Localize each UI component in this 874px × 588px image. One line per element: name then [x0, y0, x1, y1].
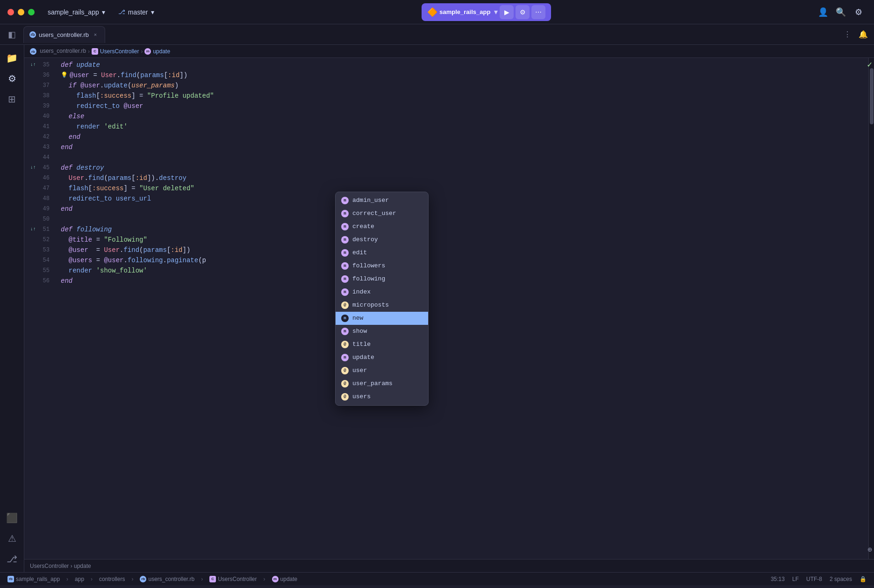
status-line-ending: LF [792, 576, 799, 582]
gutter-48: 48 [28, 194, 53, 204]
notifications-button[interactable]: 🔔 [856, 28, 870, 42]
close-button[interactable] [7, 9, 14, 15]
code-line-55: render 'show_follow' [57, 265, 868, 276]
code-line-49: end [57, 204, 868, 214]
status-method-icon: m [272, 576, 279, 582]
code-line-43: end [57, 142, 868, 152]
ac-item-edit[interactable]: m edit [336, 246, 428, 259]
status-project-name: sample_rails_app [16, 576, 60, 582]
ac-item-show[interactable]: m show [336, 325, 428, 338]
status-encoding: UTF-8 [806, 576, 822, 582]
project-selector[interactable]: sample_rails_app ▾ [44, 7, 109, 18]
ac-item-microposts[interactable]: @ microposts [336, 299, 428, 312]
status-position: 35:13 [771, 576, 785, 582]
status-position-item[interactable]: 35:13 [767, 573, 788, 586]
code-content[interactable]: def update 💡@user = User.find(params[:id… [57, 58, 868, 559]
ac-icon-new: m [341, 315, 349, 322]
ac-item-user[interactable]: @ user [336, 364, 428, 377]
editor-area: rb users_controller.rb › C UsersControll… [24, 45, 874, 572]
ac-label-following: following [352, 274, 385, 284]
more-options-button[interactable]: ⋯ [531, 5, 545, 19]
ac-item-create[interactable]: m create [336, 220, 428, 233]
ac-icon-index: m [341, 288, 349, 296]
ac-icon-admin-user: m [341, 197, 349, 204]
git-branch-icon: ⎇ [118, 8, 125, 15]
ac-item-admin-user[interactable]: m admin_user [336, 194, 428, 207]
status-encoding-item[interactable]: UTF-8 [802, 573, 826, 586]
status-line-ending-item[interactable]: LF [788, 573, 802, 586]
status-controllers-item[interactable]: controllers [95, 573, 129, 586]
scrollbar-thumb[interactable] [870, 68, 874, 124]
autocomplete-dropdown[interactable]: m admin_user m correct_user m create m d… [335, 192, 429, 406]
split-editor-button[interactable]: ⋮ [840, 28, 854, 42]
status-lock-button[interactable]: 🔒 [856, 573, 870, 586]
code-line-56: end [57, 276, 868, 286]
ac-item-correct-user[interactable]: m correct_user [336, 207, 428, 220]
breadcrumb-method-link[interactable]: update [153, 48, 170, 55]
activity-item-git[interactable]: ⎇ [3, 550, 21, 568]
code-line-41: render 'edit' [57, 122, 868, 132]
tab-close-button[interactable]: × [92, 31, 99, 38]
tab-file-icon: rb [29, 31, 36, 38]
ac-item-title[interactable]: @ title [336, 338, 428, 351]
status-indent-item[interactable]: 2 spaces [826, 573, 856, 586]
code-line-53: @user = User.find(params[:id]) [57, 245, 868, 255]
branch-selector[interactable]: ⎇ master ▾ [115, 7, 158, 18]
code-editor[interactable]: ↓↑ 35 36 37 38 39 40 4 [24, 58, 874, 559]
hint-bulb-icon: 💡 [61, 70, 68, 80]
ac-item-index[interactable]: m index [336, 286, 428, 299]
breadcrumb-class-icon: C [92, 48, 98, 55]
activity-bottom: ⬛ ⚠ ⎇ [3, 509, 21, 568]
status-class-item[interactable]: C UsersController [206, 573, 260, 586]
ac-item-new[interactable]: m new [336, 312, 428, 325]
ac-label-show: show [352, 326, 367, 337]
code-line-48: redirect_to users_url [57, 194, 868, 204]
gutter-42: 42 [28, 132, 53, 142]
minimize-button[interactable] [18, 9, 24, 15]
sidebar-toggle-button[interactable]: ◧ [4, 27, 20, 43]
tab-users-controller[interactable]: rb users_controller.rb × [23, 26, 105, 43]
ac-icon-edit: m [341, 249, 349, 257]
activity-item-terminal[interactable]: ⬛ [3, 509, 21, 527]
ac-item-users[interactable]: @ users [336, 390, 428, 403]
ac-icon-followers: m [341, 262, 349, 270]
run-button[interactable]: ▶ [500, 5, 514, 19]
status-file-item[interactable]: rb users_controller.rb [136, 573, 198, 586]
project-name: sample_rails_app [48, 8, 99, 16]
activity-item-debug[interactable]: ⚠ [3, 529, 21, 548]
gutter-40: 40 [28, 111, 53, 122]
status-project-item[interactable]: rb sample_rails_app [4, 573, 64, 586]
status-class-icon: C [209, 576, 216, 582]
code-line-39: redirect_to @user [57, 101, 868, 111]
ac-icon-following: m [341, 275, 349, 283]
settings-button[interactable]: ⚙ [851, 4, 867, 20]
gutter-50: 50 [28, 214, 53, 224]
ac-icon-user-params: @ [341, 380, 349, 387]
activity-item-source-control[interactable]: ⚙ [3, 69, 21, 88]
breadcrumb-class-link[interactable]: UsersController [100, 48, 139, 55]
status-app-item[interactable]: app [71, 573, 88, 586]
ac-item-update[interactable]: m update [336, 351, 428, 364]
code-line-51: def following [57, 224, 868, 235]
gutter-56: 56 [28, 276, 53, 286]
ac-label-index: index [352, 287, 371, 297]
search-button[interactable]: 🔍 [833, 4, 849, 20]
ac-label-title: title [352, 339, 371, 350]
inline-breadcrumb-label: UsersController › update [30, 563, 91, 569]
ac-label-create: create [352, 222, 374, 232]
editor-scrollbar[interactable]: ✓ ⊕ [868, 58, 874, 559]
activity-item-extensions[interactable]: ⊞ [3, 90, 21, 108]
ac-item-destroy[interactable]: m destroy [336, 233, 428, 246]
code-line-42: end [57, 132, 868, 142]
ac-icon-correct-user: m [341, 210, 349, 217]
add-person-button[interactable]: 👤 [815, 4, 831, 20]
build-settings-button[interactable]: ⚙ [516, 5, 530, 19]
ac-item-followers[interactable]: m followers [336, 259, 428, 272]
maximize-button[interactable] [28, 9, 35, 15]
ac-item-user-params[interactable]: @ user_params [336, 377, 428, 390]
gutter-37: 37 [28, 80, 53, 91]
statusbar-right: 35:13 LF UTF-8 2 spaces 🔒 [767, 573, 870, 586]
activity-item-explorer[interactable]: 📁 [3, 49, 21, 67]
status-method-item[interactable]: m update [268, 573, 301, 586]
ac-item-following[interactable]: m following [336, 272, 428, 286]
